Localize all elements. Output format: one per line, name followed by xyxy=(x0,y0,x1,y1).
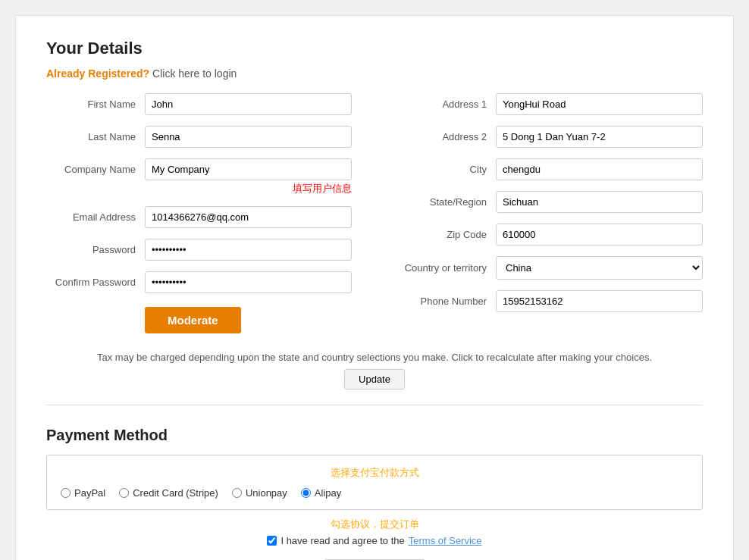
address1-row: Address 1 xyxy=(397,93,703,115)
moderate-button[interactable]: Moderate xyxy=(145,307,241,333)
city-label: City xyxy=(397,164,496,175)
paypal-label: PayPal xyxy=(74,487,105,499)
terms-link[interactable]: Terms of Service xyxy=(409,535,482,546)
confirm-password-row: Confirm Password xyxy=(46,271,352,293)
first-name-label: First Name xyxy=(46,99,145,110)
login-link[interactable]: Click here to login xyxy=(152,67,237,80)
section-divider xyxy=(46,405,703,405)
right-column: Address 1 Address 2 City State/Region Zi… xyxy=(397,93,703,333)
phone-row: Phone Number xyxy=(397,290,703,312)
address2-row: Address 2 xyxy=(397,126,703,148)
terms-text: I have read and agree to the xyxy=(280,535,404,546)
last-name-row: Last Name xyxy=(46,126,352,148)
moderate-button-row: Moderate xyxy=(46,304,352,333)
first-name-input[interactable] xyxy=(145,93,352,115)
first-name-row: First Name xyxy=(46,93,352,115)
last-name-input[interactable] xyxy=(145,126,352,148)
email-input[interactable] xyxy=(145,206,352,228)
email-row: Email Address xyxy=(46,206,352,228)
page-container: Your Details Already Registered? Click h… xyxy=(15,15,734,560)
password-row: Password xyxy=(46,239,352,261)
password-input[interactable] xyxy=(145,239,352,261)
already-registered-label: Already Registered? xyxy=(46,67,149,80)
password-label: Password xyxy=(46,244,145,255)
payment-title: Payment Method xyxy=(46,427,703,444)
update-button[interactable]: Update xyxy=(344,369,405,389)
address2-input[interactable] xyxy=(496,126,703,148)
alipay-label: Alipay xyxy=(315,487,341,499)
zip-row: Zip Code xyxy=(397,224,703,246)
unionpay-radio[interactable] xyxy=(232,488,242,498)
annotation-select-alipay: 选择支付宝付款方式 xyxy=(61,466,688,480)
city-row: City xyxy=(397,158,703,180)
page-title: Your Details xyxy=(46,39,703,58)
country-select[interactable]: China United States United Kingdom xyxy=(496,256,703,280)
company-name-label: Company Name xyxy=(46,164,145,175)
confirm-password-label: Confirm Password xyxy=(46,277,145,288)
address1-input[interactable] xyxy=(496,93,703,115)
stripe-option: Credit Card (Stripe) xyxy=(119,487,218,499)
confirm-password-input[interactable] xyxy=(145,271,352,293)
already-registered-row: Already Registered? Click here to login xyxy=(46,67,703,80)
address1-label: Address 1 xyxy=(397,99,496,110)
paypal-option: PayPal xyxy=(61,487,105,499)
company-name-row: Company Name 填写用户信息 xyxy=(46,158,352,196)
state-row: State/Region xyxy=(397,191,703,213)
last-name-label: Last Name xyxy=(46,131,145,142)
stripe-label: Credit Card (Stripe) xyxy=(133,487,218,499)
left-column: First Name Last Name Company Name 填写用户信息… xyxy=(46,93,352,333)
phone-label: Phone Number xyxy=(397,296,496,307)
terms-row: 勾选协议，提交订单 I have read and agree to the T… xyxy=(46,518,703,560)
address2-label: Address 2 xyxy=(397,131,496,142)
phone-input[interactable] xyxy=(496,290,703,312)
terms-checkbox[interactable] xyxy=(267,536,277,546)
form-grid: First Name Last Name Company Name 填写用户信息… xyxy=(46,93,703,333)
zip-label: Zip Code xyxy=(397,229,496,240)
annotation-submit: 勾选协议，提交订单 xyxy=(331,518,419,531)
unionpay-label: Unionpay xyxy=(246,487,287,499)
company-name-input[interactable] xyxy=(145,158,352,180)
alipay-option: Alipay xyxy=(301,487,341,499)
unionpay-option: Unionpay xyxy=(232,487,287,499)
country-row: Country or territory China United States… xyxy=(397,256,703,280)
annotation-fill: 填写用户信息 xyxy=(46,182,352,196)
stripe-radio[interactable] xyxy=(119,488,129,498)
state-label: State/Region xyxy=(397,196,496,208)
paypal-radio[interactable] xyxy=(61,488,71,498)
tax-notice: Tax may be charged depending upon the st… xyxy=(46,352,703,389)
terms-check-row: I have read and agree to the Terms of Se… xyxy=(267,535,481,546)
email-label: Email Address xyxy=(46,211,145,223)
city-input[interactable] xyxy=(496,158,703,180)
state-input[interactable] xyxy=(496,191,703,213)
payment-box: 选择支付宝付款方式 PayPal Credit Card (Stripe) Un… xyxy=(46,455,703,510)
zip-input[interactable] xyxy=(496,224,703,246)
country-label: Country or territory xyxy=(397,262,496,274)
alipay-radio[interactable] xyxy=(301,488,311,498)
payment-section: Payment Method 选择支付宝付款方式 PayPal Credit C… xyxy=(46,427,703,560)
